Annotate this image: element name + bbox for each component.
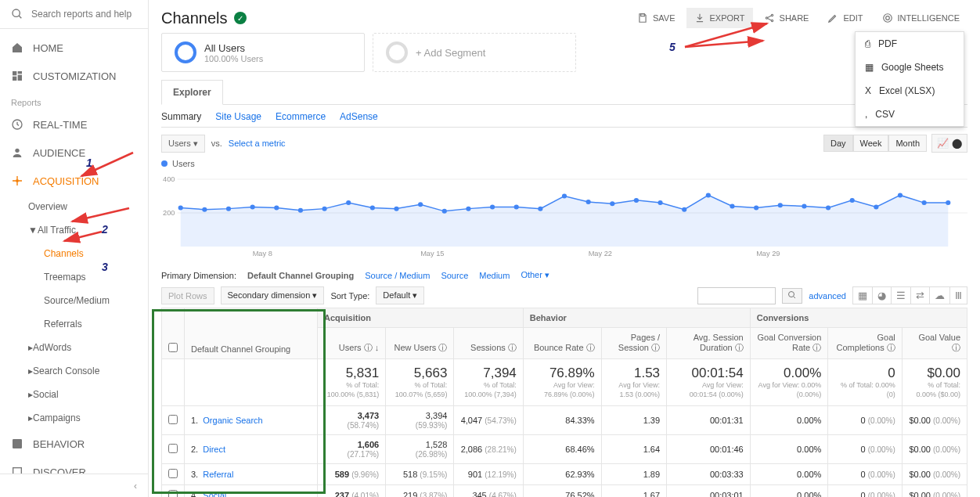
col-users[interactable]: Users ⓘ ↓ [318,328,386,359]
donut-empty-icon [386,41,408,63]
col-pps[interactable]: Pages / Session ⓘ [601,328,666,359]
export-button[interactable]: EXPORT [686,8,753,28]
view-compare-icon[interactable]: ⇄ [911,287,930,304]
col-gv[interactable]: Goal Value ⓘ [902,328,967,359]
svg-rect-5 [13,77,16,81]
svg-point-53 [922,200,927,205]
view-cloud-icon[interactable]: ☁ [930,287,950,304]
channel-link[interactable]: Referral [203,470,233,479]
dim-source-medium[interactable]: Source / Medium [365,271,430,280]
dim-other[interactable]: Other ▾ [521,270,549,280]
export-sheets[interactable]: ▦Google Sheets [856,56,964,79]
save-button[interactable]: SAVE [629,8,683,28]
nav-acq-campaigns[interactable]: ▸Campaigns [28,406,148,430]
intelligence-icon [882,13,893,23]
col-new-users[interactable]: New Users ⓘ [386,328,454,359]
svg-point-0 [13,9,20,16]
annotation-3: 3 [102,261,108,273]
col-gc[interactable]: Goal Completions ⓘ [828,328,902,359]
col-channel[interactable]: Default Channel Grouping [185,308,318,359]
pencil-icon [827,13,838,23]
select-metric-link[interactable]: Select a metric [229,139,286,148]
dim-medium[interactable]: Medium [479,271,510,280]
nav-acq-treemaps[interactable]: Treemaps [28,265,148,289]
svg-rect-2 [13,71,16,75]
export-excel[interactable]: XExcel (XLSX) [856,79,964,103]
table-row: 3. Referral 589 (9.96%) 518 (9.15%) 901 … [162,464,967,485]
period-week[interactable]: Week [853,135,889,152]
subtab-site-usage[interactable]: Site Usage [215,111,261,122]
row-checkbox[interactable] [168,415,178,424]
svg-point-45 [730,203,734,208]
plot-rows-button[interactable]: Plot Rows [161,287,214,304]
channel-link[interactable]: Social [203,491,226,497]
period-day[interactable]: Day [823,135,853,152]
nav-acq-social[interactable]: ▸Social [28,383,148,406]
row-checkbox[interactable] [168,469,178,478]
clock-icon [11,118,23,131]
chart-type-line-icon[interactable]: 📈 [937,138,949,149]
col-bounce[interactable]: Bounce Rate ⓘ [523,328,601,359]
verified-badge-icon: ✓ [234,12,247,24]
col-sessions[interactable]: Sessions ⓘ [454,328,523,359]
svg-rect-3 [18,71,22,74]
subtab-summary[interactable]: Summary [161,111,201,122]
secondary-dimension-select[interactable]: Secondary dimension ▾ [221,286,325,304]
nav-acq-referrals[interactable]: Referrals [28,312,148,336]
nav-acq-channels[interactable]: Channels [28,242,148,265]
export-pdf[interactable]: ⎙PDF [856,32,964,56]
nav-acquisition[interactable]: ACQUISITION [0,167,148,195]
nav-acq-source-medium[interactable]: Source/Medium [28,289,148,312]
view-mode-icons: ▦ ◕ ☰ ⇄ ☁ Ⅲ [852,286,967,304]
row-checkbox[interactable] [168,490,178,497]
search-input[interactable]: Search reports and help [0,0,148,29]
add-segment-button[interactable]: + Add Segment [373,33,576,72]
nav-discover[interactable]: DISCOVER [0,458,148,474]
view-pie-icon[interactable]: ◕ [873,287,892,304]
svg-point-28 [322,207,326,211]
channel-link[interactable]: Direct [203,445,225,454]
nav-realtime[interactable]: REAL-TIME [0,110,148,139]
period-month[interactable]: Month [888,135,927,152]
sidebar-collapse-button[interactable]: ‹ [0,474,148,497]
dim-source[interactable]: Source [441,271,468,280]
nav-acq-search-console[interactable]: ▸Search Console [28,359,148,383]
view-pivot-icon[interactable]: Ⅲ [950,287,967,304]
nav-acq-adwords[interactable]: ▸AdWords [28,336,148,359]
tab-explorer[interactable]: Explorer [161,80,223,105]
chart-type-motion-icon[interactable]: ⬤ [952,138,962,149]
nav-customization[interactable]: CUSTOMIZATION [0,62,148,90]
svg-point-39 [586,200,591,204]
view-table-icon[interactable]: ▦ [853,287,873,304]
row-checkbox[interactable] [168,444,178,453]
chevron-left-icon: ‹ [134,481,137,492]
svg-point-42 [658,200,662,205]
channel-link[interactable]: Organic Search [203,416,262,425]
subtab-adsense[interactable]: AdSense [340,111,378,122]
metric-selector[interactable]: Users ▾ [161,135,205,153]
subtab-ecommerce[interactable]: Ecommerce [276,111,326,122]
segment-all-users[interactable]: All Users100.00% Users [161,33,365,72]
view-bar-icon[interactable]: ☰ [892,287,911,304]
table-search-input[interactable] [697,287,776,304]
svg-point-54 [946,200,950,205]
nav-audience[interactable]: AUDIENCE [0,139,148,167]
col-gcr[interactable]: Goal Conversion Rate ⓘ [750,328,828,359]
table-search-button[interactable] [782,288,802,304]
sort-type-select[interactable]: Default ▾ [376,286,424,304]
svg-point-40 [610,201,614,206]
edit-button[interactable]: EDIT [820,8,870,28]
select-all-checkbox[interactable] [168,343,178,352]
svg-rect-12 [641,14,645,16]
nav-acq-all-traffic[interactable]: ▼All Traffic [28,218,148,242]
nav-behavior[interactable]: BEHAVIOR [0,430,148,458]
nav-acq-overview[interactable]: Overview [28,195,148,218]
export-icon [694,13,705,23]
intelligence-button[interactable]: INTELLIGENCE [874,8,967,28]
advanced-link[interactable]: advanced [809,291,846,301]
nav-home[interactable]: HOME [0,34,148,62]
export-csv[interactable]: ,CSV [856,103,964,126]
share-button[interactable]: SHARE [756,8,817,28]
svg-text:May 8: May 8 [253,250,272,258]
col-asd[interactable]: Avg. Session Duration ⓘ [667,328,751,359]
